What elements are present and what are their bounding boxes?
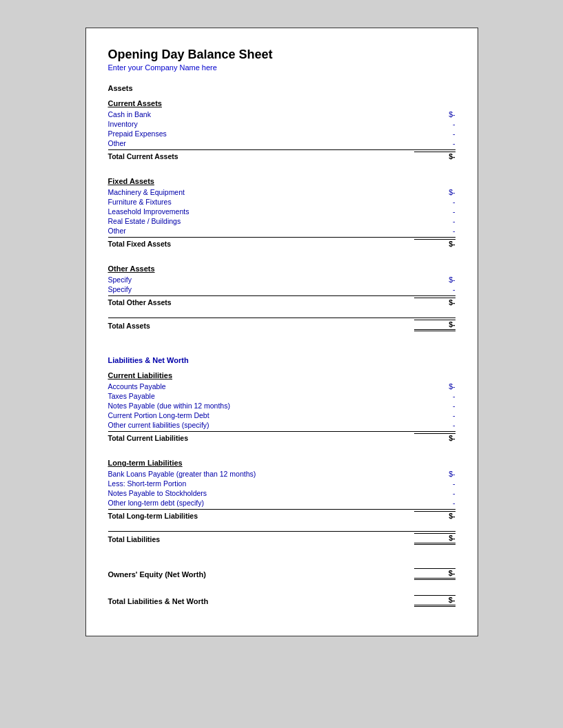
total-liabilities-net-worth-label: Total Liabilities & Net Worth [108, 597, 209, 605]
list-item: Bank Loans Payable (greater than 12 mont… [108, 469, 455, 479]
bank-loans-value: $- [414, 470, 455, 478]
machinery-value: $- [414, 188, 455, 196]
owners-equity-row: Owners' Equity (Net Worth) $- [108, 567, 455, 581]
total-liabilities-row: Total Liabilities $- [108, 531, 455, 546]
notes-payable-stockholders-label: Notes Payable to Stockholders [108, 489, 207, 497]
prepaid-label: Prepaid Expenses [108, 129, 167, 138]
owners-equity-label: Owners' Equity (Net Worth) [108, 570, 206, 579]
total-fixed-assets-label: Total Fixed Assets [108, 240, 172, 248]
current-liabilities-title: Current Liabilities [108, 371, 455, 379]
list-item: Other - [108, 138, 455, 148]
inventory-label: Inventory [108, 120, 138, 128]
total-current-assets-value: $- [414, 152, 455, 160]
list-item: Taxes Payable - [108, 391, 455, 401]
list-item: Machinery & Equipment $- [108, 187, 455, 197]
other-fixed-value: - [414, 227, 455, 235]
cash-in-bank-label: Cash in Bank [108, 110, 151, 118]
leasehold-value: - [414, 207, 455, 216]
less-short-term-value: - [414, 479, 455, 488]
long-term-liabilities-title: Long-term Liabilities [108, 459, 455, 467]
liabilities-header: Liabilities & Net Worth [108, 356, 455, 364]
fixed-assets-title: Fixed Assets [108, 177, 455, 185]
other-current-liab-value: - [414, 421, 455, 429]
notes-payable-12-value: - [414, 402, 455, 410]
list-item: Leasehold Improvements - [108, 207, 455, 216]
list-item: Other current liabilities (specify) - [108, 420, 455, 430]
list-item: Inventory - [108, 119, 455, 129]
total-other-assets-value: $- [414, 298, 455, 306]
specify2-label: Specify [108, 285, 132, 293]
other-current-value: - [414, 139, 455, 147]
taxes-payable-value: - [414, 392, 455, 400]
bank-loans-label: Bank Loans Payable (greater than 12 mont… [108, 470, 256, 478]
list-item: Current Portion Long-term Debt - [108, 410, 455, 420]
list-item: Cash in Bank $- [108, 110, 455, 119]
prepaid-value: - [414, 129, 455, 138]
total-liabilities-label: Total Liabilities [108, 535, 161, 543]
specify2-value: - [414, 285, 455, 293]
other-current-label: Other [108, 139, 126, 147]
machinery-label: Machinery & Equipment [108, 188, 185, 196]
owners-equity-value: $- [414, 568, 455, 580]
total-liabilities-value: $- [414, 533, 455, 545]
current-assets-title: Current Assets [108, 99, 455, 107]
current-longterm-label: Current Portion Long-term Debt [108, 411, 209, 419]
total-current-assets-label: Total Current Assets [108, 152, 178, 160]
furniture-label: Furniture & Fixtures [108, 198, 172, 206]
total-other-assets-row: Total Other Assets $- [108, 295, 455, 308]
list-item: Other long-term debt (specify) - [108, 498, 455, 508]
total-current-liabilities-label: Total Current Liabilities [108, 434, 188, 442]
other-longterm-debt-value: - [414, 499, 455, 507]
total-fixed-assets-value: $- [414, 239, 455, 248]
list-item: Specify $- [108, 275, 455, 284]
other-longterm-debt-label: Other long-term debt (specify) [108, 499, 204, 507]
total-current-liabilities-row: Total Current Liabilities $- [108, 431, 455, 444]
total-liabilities-net-worth-value: $- [414, 595, 455, 607]
less-short-term-label: Less: Short-term Portion [108, 479, 187, 488]
total-current-assets-row: Total Current Assets $- [108, 149, 455, 162]
list-item: Real Estate / Buildings - [108, 216, 455, 226]
list-item: Less: Short-term Portion - [108, 479, 455, 488]
other-fixed-label: Other [108, 227, 126, 235]
list-item: Other - [108, 226, 455, 236]
list-item: Accounts Payable $- [108, 382, 455, 391]
total-long-term-liabilities-value: $- [414, 511, 455, 520]
total-other-assets-label: Total Other Assets [108, 298, 172, 306]
list-item: Furniture & Fixtures - [108, 197, 455, 207]
notes-payable-stockholders-value: - [414, 489, 455, 497]
page-title: Opening Day Balance Sheet [108, 48, 455, 62]
specify1-value: $- [414, 275, 455, 284]
real-estate-label: Real Estate / Buildings [108, 217, 181, 225]
leasehold-label: Leasehold Improvements [108, 207, 190, 216]
furniture-value: - [414, 198, 455, 206]
real-estate-value: - [414, 217, 455, 225]
current-longterm-value: - [414, 411, 455, 419]
total-liabilities-net-worth-row: Total Liabilities & Net Worth $- [108, 594, 455, 608]
accounts-payable-label: Accounts Payable [108, 382, 166, 391]
accounts-payable-value: $- [414, 382, 455, 391]
total-assets-value: $- [414, 320, 455, 331]
list-item: Notes Payable to Stockholders - [108, 488, 455, 498]
total-fixed-assets-row: Total Fixed Assets $- [108, 237, 455, 249]
other-current-liab-label: Other current liabilities (specify) [108, 421, 209, 429]
list-item: Specify - [108, 284, 455, 294]
total-assets-row: Total Assets $- [108, 318, 455, 333]
company-name: Enter your Company Name here [108, 63, 455, 72]
specify1-label: Specify [108, 275, 132, 284]
total-long-term-liabilities-label: Total Long-term Liabilities [108, 512, 198, 520]
total-long-term-liabilities-row: Total Long-term Liabilities $- [108, 509, 455, 521]
list-item: Prepaid Expenses - [108, 129, 455, 138]
list-item: Notes Payable (due within 12 months) - [108, 401, 455, 410]
notes-payable-12-label: Notes Payable (due within 12 months) [108, 402, 230, 410]
total-assets-label: Total Assets [108, 322, 150, 330]
assets-header: Assets [108, 84, 455, 92]
other-assets-title: Other Assets [108, 264, 455, 273]
cash-in-bank-value: $- [414, 110, 455, 118]
taxes-payable-label: Taxes Payable [108, 392, 155, 400]
balance-sheet-page: Opening Day Balance Sheet Enter your Com… [85, 28, 478, 636]
total-current-liabilities-value: $- [414, 433, 455, 442]
inventory-value: - [414, 120, 455, 128]
